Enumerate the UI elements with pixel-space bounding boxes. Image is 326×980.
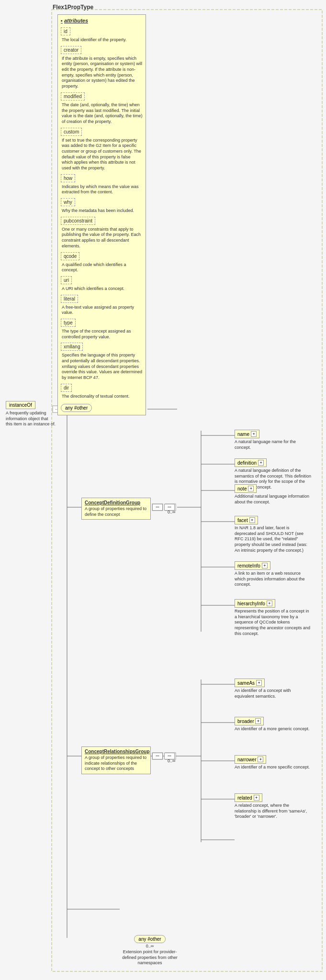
name-label: name — [237, 432, 249, 437]
attr-creator-desc: If the attribute is empty, specifies whi… — [62, 56, 143, 89]
attr-qcode-desc: A qualified code which identifies a conc… — [62, 262, 143, 273]
broader-label: broader — [237, 719, 254, 724]
attr-qcode: qcode — [61, 252, 79, 260]
attr-uri: uri — [61, 276, 72, 284]
right-item-note: note + Additional natural language infor… — [235, 484, 318, 505]
remoteinfo-label: remoteInfo — [237, 563, 260, 568]
hierarchyinfo-plus-icon: + — [267, 601, 272, 606]
right-item-hierarchyinfo: hierarchyInfo + Represents the position … — [235, 599, 318, 636]
attr-any-other: any #other — [61, 404, 92, 412]
narrower-plus-icon: + — [258, 757, 263, 762]
attr-literal: literal — [61, 295, 78, 303]
concept-def-group-box: ConceptDefinitionGroup A group of proper… — [81, 498, 151, 520]
attr-modified-desc: The date (and, optionally, the time) whe… — [62, 102, 143, 125]
attr-xmllang: xmllang — [61, 343, 83, 351]
attr-type-desc: The type of the concept assigned as cont… — [62, 329, 143, 340]
attr-modified: modified — [61, 92, 85, 100]
name-desc: A natural language name for the concept. — [235, 439, 311, 450]
definition-plus-icon: + — [258, 460, 264, 466]
instanceof-desc: A frequently updating information object… — [6, 411, 56, 427]
note-label: note — [237, 486, 247, 491]
instanceof-container: instanceOf A frequently updating informa… — [6, 401, 56, 427]
attr-xmllang-desc: Specifies the language of this property … — [62, 353, 143, 380]
any-other-bottom-label: any #other — [134, 935, 165, 943]
any-other-bottom-mult: 0..∞ — [119, 944, 181, 948]
any-other-bottom-container: any #other 0..∞ Extension point for prov… — [119, 933, 181, 966]
facet-plus-icon: + — [249, 517, 255, 523]
concept-rel-mult: 0..∞ — [168, 758, 175, 763]
attr-type: type — [61, 319, 76, 327]
broader-desc: An identifier of a more generic concept. — [235, 726, 311, 732]
attributes-box: ▪ attributes id The local identifier of … — [57, 14, 146, 415]
attr-dir-desc: The directionality of textual content. — [62, 394, 143, 400]
broader-plus-icon: + — [255, 718, 261, 724]
diagram-title: Flex1PropType — [53, 4, 93, 11]
remoteinfo-plus-icon: + — [262, 563, 268, 568]
concept-rel-desc: A group of properties required to indica… — [85, 755, 147, 772]
seq-marker-1: ··· — [152, 504, 163, 511]
attr-creator: creator — [61, 46, 81, 54]
seq-marker-rel-1: ··· — [152, 753, 163, 759]
facet-desc: In NAR 1.8 and later, facet is deprecate… — [235, 525, 311, 553]
sameas-label: sameAs — [237, 680, 255, 686]
any-other-bottom-desc: Extension point for provider-defined pro… — [119, 949, 181, 966]
attr-custom: custom — [61, 128, 82, 136]
remoteinfo-desc: A link to an item or a web resource whic… — [235, 571, 311, 588]
attributes-title: ▪ attributes — [61, 18, 143, 23]
attr-how-desc: Indicates by which means the value was e… — [62, 184, 143, 195]
note-plus-icon: + — [248, 486, 254, 491]
concept-def-title: ConceptDefinitionGroup — [85, 500, 147, 505]
facet-label: facet — [237, 518, 248, 523]
hierarchyinfo-label: hierarchyInfo — [237, 601, 265, 606]
right-item-broader: broader + An identifier of a more generi… — [235, 717, 318, 732]
diagram-area: Flex1PropType ··· ··· ··· — [0, 0, 326, 980]
narrower-desc: An identifier of a more specific concept… — [235, 765, 311, 770]
concept-def-desc: A group of properties required to define… — [85, 506, 147, 517]
right-item-facet: facet + In NAR 1.8 and later, facet is d… — [235, 516, 318, 553]
hierarchyinfo-desc: Represents the position of a concept in … — [235, 609, 311, 636]
attr-why-desc: Why the metadata has been included. — [62, 208, 143, 214]
related-desc: A related concept, where the relationshi… — [235, 803, 311, 820]
attr-id-desc: The local identifier of the property. — [62, 37, 143, 43]
definition-label: definition — [237, 460, 257, 466]
related-label: related — [237, 795, 252, 801]
concept-rel-group-box: ConceptRelationshipsGroup A group of pro… — [81, 746, 151, 774]
attr-how: how — [61, 174, 75, 182]
sameas-plus-icon: + — [256, 680, 262, 686]
attr-uri-desc: A URI which identifies a concept. — [62, 286, 143, 292]
attr-pubconstraint: pubconstraint — [61, 217, 95, 225]
attr-dir: dir — [61, 384, 72, 392]
note-desc: Additional natural language information … — [235, 494, 311, 505]
attr-custom-desc: If set to true the corresponding propert… — [62, 138, 143, 171]
concept-def-mult: 0..∞ — [168, 510, 175, 514]
right-item-remoteinfo: remoteInfo + A link to an item or a web … — [235, 561, 318, 588]
instanceof-label: instanceOf — [6, 401, 35, 409]
name-plus-icon: + — [251, 431, 257, 437]
right-item-narrower: narrower + An identifier of a more speci… — [235, 755, 318, 770]
concept-rel-title: ConceptRelationshipsGroup — [85, 749, 147, 754]
right-item-related: related + A related concept, where the r… — [235, 793, 318, 820]
narrower-label: narrower — [237, 757, 256, 762]
attr-id: id — [61, 27, 70, 35]
attr-why: why — [61, 198, 75, 206]
related-plus-icon: + — [254, 795, 259, 801]
right-item-name: name + A natural language name for the c… — [235, 430, 318, 450]
attr-literal-desc: A free-text value assigned as property v… — [62, 305, 143, 316]
right-item-sameas: sameAs + An identifier of a concept with… — [235, 679, 318, 699]
attr-pubconstraint-desc: One or many constraints that apply to pu… — [62, 227, 143, 249]
sameas-desc: An identifier of a concept with equivale… — [235, 688, 311, 699]
